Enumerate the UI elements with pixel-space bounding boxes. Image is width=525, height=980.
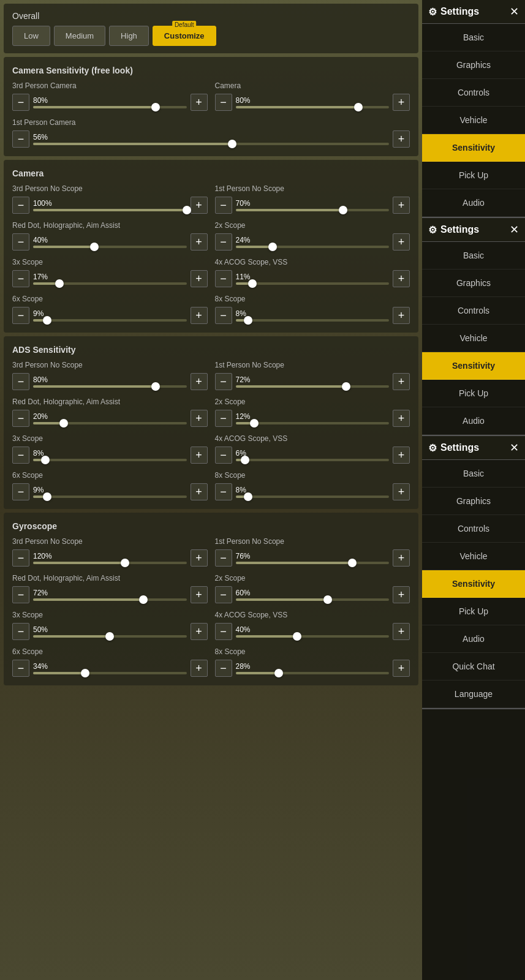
sidebar-item-basic-3[interactable]: Basic (422, 460, 525, 488)
sidebar-item-audio-3[interactable]: Audio (422, 625, 525, 653)
dec-gyro-4x[interactable]: − (215, 623, 232, 640)
decrement-camera[interactable]: − (215, 94, 232, 111)
inc-cam-8x[interactable]: + (393, 307, 410, 324)
inc-cam-1st-noscope[interactable]: + (393, 197, 410, 214)
inc-gyro-2x[interactable]: + (393, 586, 410, 603)
sidebar-item-graphics-1[interactable]: Graphics (422, 51, 525, 79)
preset-high[interactable]: High (109, 26, 149, 46)
sidebar-item-sensitivity-2[interactable]: Sensitivity (422, 352, 525, 380)
dec-ads-6x[interactable]: − (12, 483, 29, 500)
inc-cam-3x[interactable]: + (191, 270, 208, 287)
inc-ads-reddot[interactable]: + (191, 410, 208, 427)
settings-title-3: ⚙ Settings (428, 442, 479, 454)
decrement-3rd-person-camera[interactable]: − (12, 94, 29, 111)
close-button-3[interactable]: ✕ (510, 441, 519, 454)
sidebar-item-controls-3[interactable]: Controls (422, 515, 525, 543)
dec-gyro-2x[interactable]: − (215, 586, 232, 603)
sidebar-item-graphics-2[interactable]: Graphics (422, 270, 525, 297)
decrement-1st-person-camera[interactable]: − (12, 130, 29, 148)
increment-camera[interactable]: + (393, 94, 410, 111)
preset-medium[interactable]: Medium (54, 26, 105, 46)
inc-gyro-3x[interactable]: + (191, 623, 208, 640)
dec-ads-3x[interactable]: − (12, 447, 29, 464)
inc-ads-1st[interactable]: + (393, 373, 410, 390)
default-label: Default (172, 21, 197, 29)
sidebar-item-sensitivity-3[interactable]: Sensitivity (422, 570, 525, 598)
inc-cam-2x[interactable]: + (393, 233, 410, 251)
dec-ads-3rd[interactable]: − (12, 373, 29, 390)
dec-gyro-8x[interactable]: − (215, 660, 232, 677)
sidebar-item-basic-1[interactable]: Basic (422, 24, 525, 51)
sidebar-item-quickchat-3[interactable]: Quick Chat (422, 653, 525, 680)
inc-cam-3rd-noscope[interactable]: + (191, 197, 208, 214)
sidebar-item-controls-2[interactable]: Controls (422, 297, 525, 325)
dec-cam-2x[interactable]: − (215, 233, 232, 251)
dec-ads-reddot[interactable]: − (12, 410, 29, 427)
close-button-2[interactable]: ✕ (510, 223, 519, 236)
sidebar-item-vehicle-3[interactable]: Vehicle (422, 543, 525, 570)
sidebar-item-vehicle-2[interactable]: Vehicle (422, 325, 525, 352)
dec-cam-4x[interactable]: − (215, 270, 232, 287)
inc-gyro-4x[interactable]: + (393, 623, 410, 640)
increment-1st-person-camera[interactable]: + (393, 130, 410, 148)
camera-sensitivity-title: Camera Sensitivity (free look) (12, 66, 410, 75)
gyroscope-grid: 3rd Person No Scope − 120% + 1st Person … (12, 537, 410, 677)
inc-gyro-6x[interactable]: + (191, 660, 208, 677)
inc-ads-8x[interactable]: + (393, 483, 410, 500)
inc-ads-6x[interactable]: + (191, 483, 208, 500)
inc-gyro-3rd[interactable]: + (191, 549, 208, 567)
sg-ads-1st-noscope: 1st Person No Scope − 72% + (215, 361, 410, 390)
sidebar-item-vehicle-1[interactable]: Vehicle (422, 107, 525, 134)
dec-gyro-6x[interactable]: − (12, 660, 29, 677)
inc-cam-reddot[interactable]: + (191, 233, 208, 251)
dec-ads-2x[interactable]: − (215, 410, 232, 427)
dec-cam-6x[interactable]: − (12, 307, 29, 324)
dec-ads-1st[interactable]: − (215, 373, 232, 390)
inc-gyro-8x[interactable]: + (393, 660, 410, 677)
sg-gyro-3x: 3x Scope − 50% + (12, 611, 208, 640)
inc-ads-3rd[interactable]: + (191, 373, 208, 390)
dec-gyro-3rd[interactable]: − (12, 549, 29, 567)
inc-gyro-1st[interactable]: + (393, 549, 410, 567)
settings-label-3: Settings (440, 442, 479, 453)
close-button-1[interactable]: ✕ (510, 5, 519, 18)
sidebar-item-controls-1[interactable]: Controls (422, 79, 525, 107)
thumb-camera (354, 103, 363, 111)
sidebar-item-graphics-3[interactable]: Graphics (422, 488, 525, 515)
inc-ads-4x[interactable]: + (393, 447, 410, 464)
sidebar-item-pickup-3[interactable]: Pick Up (422, 598, 525, 625)
inc-cam-4x[interactable]: + (393, 270, 410, 287)
sidebar-item-pickup-1[interactable]: Pick Up (422, 162, 525, 189)
increment-3rd-person-camera[interactable]: + (191, 94, 208, 111)
sidebar-item-sensitivity-1[interactable]: Sensitivity (422, 134, 525, 162)
dec-ads-8x[interactable]: − (215, 483, 232, 500)
sidebar-item-basic-2[interactable]: Basic (422, 242, 525, 270)
sidebar-item-audio-1[interactable]: Audio (422, 189, 525, 217)
slider-container-1st-person-camera[interactable]: 56% (33, 130, 389, 148)
label-3rd-person-camera: 3rd Person Camera (12, 81, 208, 90)
slider-container-3rd-person-camera[interactable]: 80% (33, 94, 187, 111)
sidebar-item-pickup-2[interactable]: Pick Up (422, 380, 525, 407)
dec-gyro-1st[interactable]: − (215, 549, 232, 567)
dec-cam-3x[interactable]: − (12, 270, 29, 287)
gear-icon-2: ⚙ (428, 224, 437, 236)
slider-container-camera[interactable]: 80% (236, 94, 390, 111)
inc-cam-6x[interactable]: + (191, 307, 208, 324)
dec-cam-1st-noscope[interactable]: − (215, 197, 232, 214)
sidebar-item-audio-2[interactable]: Audio (422, 407, 525, 435)
dec-gyro-reddot[interactable]: − (12, 586, 29, 603)
value-camera: 80% (236, 96, 390, 105)
slider-row-3rd-person-camera: − 80% + (12, 94, 208, 111)
dec-cam-3rd-noscope[interactable]: − (12, 197, 29, 214)
settings-title-1: ⚙ Settings (428, 6, 479, 18)
inc-ads-2x[interactable]: + (393, 410, 410, 427)
dec-cam-8x[interactable]: − (215, 307, 232, 324)
dec-gyro-3x[interactable]: − (12, 623, 29, 640)
dec-ads-4x[interactable]: − (215, 447, 232, 464)
sg-cam-reddot: Red Dot, Holographic, Aim Assist − 40% + (12, 221, 208, 251)
inc-gyro-reddot[interactable]: + (191, 586, 208, 603)
inc-ads-3x[interactable]: + (191, 447, 208, 464)
dec-cam-reddot[interactable]: − (12, 233, 29, 251)
preset-low[interactable]: Low (12, 26, 50, 46)
sidebar-item-language-3[interactable]: Language (422, 680, 525, 708)
